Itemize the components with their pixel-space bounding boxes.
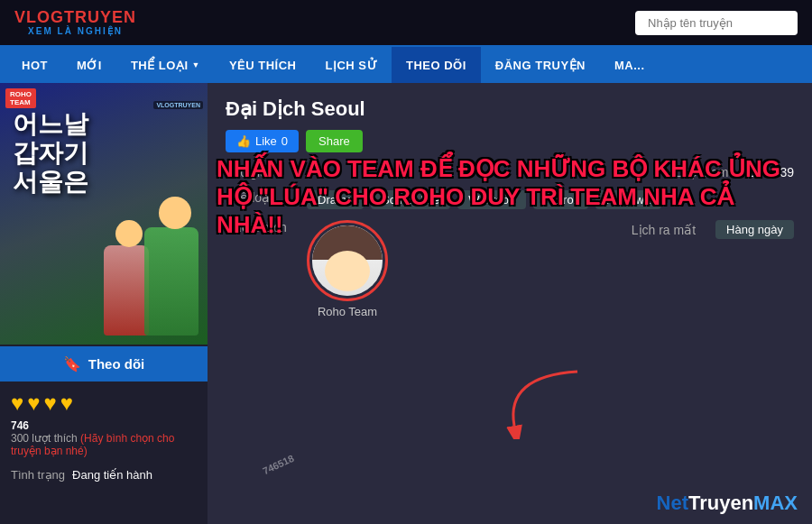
- cover-figure2: [104, 245, 149, 336]
- nav-theo-doi[interactable]: THEO DÕI: [392, 47, 481, 83]
- nav-moi[interactable]: MỚI: [62, 47, 116, 83]
- rating-stars: ♥ ♥ ♥ ♥: [0, 382, 208, 418]
- sidebar: ROHOTEAM VLOGTRUYEN 어느날갑자기서울은 🔖 Theo dõi…: [0, 83, 208, 524]
- lich-ra-mat-label: Lịch ra mất: [632, 223, 696, 237]
- nav-the-loai-label: THỂ LOẠI: [131, 59, 189, 72]
- logo-top-text: VLOGTRUYEN: [14, 9, 136, 27]
- status-value: Đang tiến hành: [72, 468, 152, 482]
- roho-badge: ROHOTEAM: [5, 88, 36, 108]
- like-count: 0: [281, 134, 288, 148]
- status-label: Tình trạng: [11, 468, 65, 482]
- genre-tags: Drama School Life Webtoon Horror Manhwa: [307, 190, 661, 209]
- site-logo[interactable]: VLOGTRUYEN XEM LÀ NGHIỆN: [14, 9, 136, 37]
- share-button[interactable]: Share: [306, 130, 363, 152]
- tac-gia-row: Tác giả Lượt xem 385,139: [226, 165, 794, 179]
- nav-hot[interactable]: HOT: [7, 47, 62, 83]
- thumbs-up-icon: 👍: [236, 134, 251, 148]
- nav-more[interactable]: MA...: [600, 47, 660, 83]
- tag-drama[interactable]: Drama: [307, 190, 364, 209]
- star-4[interactable]: ♥: [60, 391, 73, 416]
- star-2[interactable]: ♥: [27, 391, 40, 416]
- main-content: ROHOTEAM VLOGTRUYEN 어느날갑자기서울은 🔖 Theo dõi…: [0, 83, 812, 524]
- luot-xem-label: Lượt xem: [674, 165, 728, 179]
- bookmark-icon: 🔖: [63, 355, 81, 372]
- header: VLOGTRUYEN XEM LÀ NGHIỆN: [0, 0, 812, 47]
- the-loai-label: Thể loại: [226, 190, 307, 205]
- nav-dang-truyen[interactable]: ĐĂNG TRUYỆN: [481, 47, 600, 83]
- watermark-max: MAX: [753, 492, 798, 514]
- avatar-face: [312, 225, 383, 296]
- arrow-annotation: [487, 367, 595, 443]
- status-row: Tình trạng Đang tiến hành: [0, 461, 208, 489]
- follow-button[interactable]: 🔖 Theo dõi: [0, 346, 208, 382]
- tag-webtoon[interactable]: Webtoon: [457, 190, 526, 209]
- vote-info: 746 300 lượt thích (Hãy bình chọn cho tr…: [0, 418, 208, 461]
- like-label: Like: [255, 134, 277, 148]
- tag-manhwa[interactable]: Manhwa: [595, 190, 661, 209]
- vote-text: 300 lượt thích: [11, 432, 78, 445]
- translator-avatar-circle[interactable]: [307, 220, 388, 301]
- vote-count: 746: [11, 419, 29, 432]
- cover-korean-text: 어느날갑자기서울은: [13, 110, 88, 198]
- manga-title: Đại Dịch Seoul: [226, 97, 794, 121]
- watermark-net: Net: [657, 492, 688, 514]
- action-buttons: 👍 Like 0 Share: [226, 130, 794, 152]
- release-badge: Hàng ngày: [715, 220, 794, 239]
- the-loai-row: Thể loại Drama School Life Webtoon Horro…: [226, 190, 794, 209]
- translator-wrapper: Roho Team: [307, 220, 388, 318]
- nav-the-loai[interactable]: THỂ LOẠI ▼: [116, 47, 215, 83]
- translator-avatar-inner: [312, 225, 383, 296]
- watermark: NetTruyenMAX: [657, 492, 798, 515]
- manga-detail-panel: Đại Dịch Seoul 👍 Like 0 Share Tác giả Lư…: [208, 83, 812, 524]
- star-1[interactable]: ♥: [11, 391, 23, 416]
- tag-horror[interactable]: Horror: [533, 190, 588, 209]
- nhom-dich-row: Nhóm dịch Roho Team Lịch ra mất: [226, 220, 794, 318]
- follow-label: Theo dõi: [88, 356, 145, 372]
- luot-xem-value: 385,139: [748, 165, 794, 179]
- star-3[interactable]: ♥: [44, 391, 57, 416]
- translator-name: Roho Team: [318, 305, 377, 318]
- manga-cover: ROHOTEAM VLOGTRUYEN 어느날갑자기서울은: [0, 83, 208, 345]
- nav-lich-su[interactable]: LỊCH SỬ: [311, 47, 392, 83]
- nav-yeu-thich[interactable]: YÊU THÍCH: [215, 47, 311, 83]
- cover-figure1: [144, 227, 198, 336]
- ticket-watermark: 746518: [261, 453, 295, 476]
- cover-head1: [159, 197, 191, 229]
- roho-team-logo: VLOGTRUYEN: [153, 101, 203, 109]
- nhom-dich-label: Nhóm dịch: [226, 220, 307, 234]
- like-button[interactable]: 👍 Like 0: [226, 130, 299, 152]
- navigation: HOT MỚI THỂ LOẠI ▼ YÊU THÍCH LỊCH SỬ THE…: [0, 47, 812, 83]
- search-input[interactable]: [635, 11, 798, 35]
- tag-school-life[interactable]: School Life: [371, 190, 450, 209]
- tac-gia-label: Tác giả: [226, 165, 307, 179]
- cover-head2: [115, 220, 143, 247]
- watermark-truyen: Truyen: [688, 492, 753, 514]
- chevron-down-icon: ▼: [192, 60, 200, 69]
- logo-bottom-text: XEM LÀ NGHIỆN: [28, 26, 123, 36]
- avatar-skin: [325, 251, 370, 291]
